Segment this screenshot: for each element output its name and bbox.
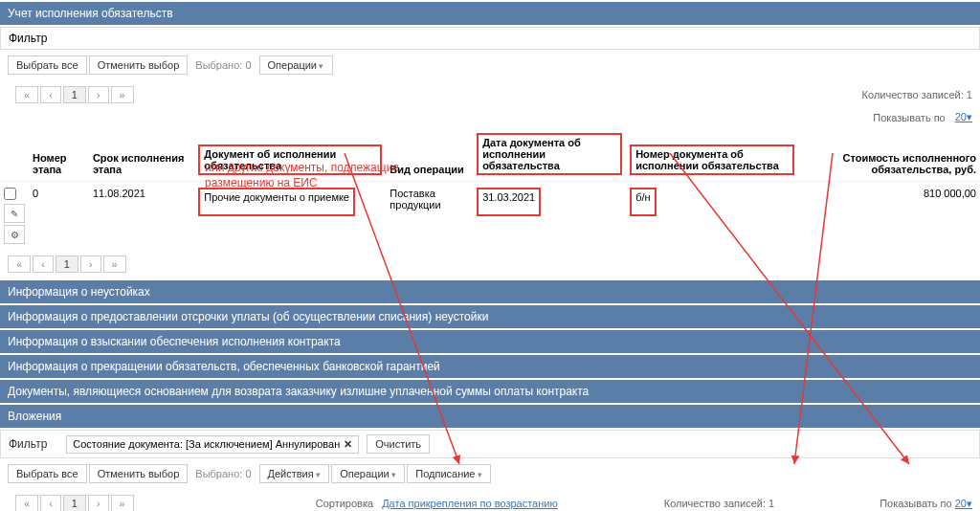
show-per-value-2[interactable]: 20▾ xyxy=(955,498,972,509)
deselect-button-2[interactable]: Отменить выбор xyxy=(89,464,189,483)
operations-dropdown-2[interactable]: Операции xyxy=(331,464,405,483)
section-obligations-header: Учет исполнения обязательств xyxy=(0,2,980,25)
pager-prev[interactable]: ‹ xyxy=(40,495,61,511)
pager-page-1[interactable]: 1 xyxy=(56,256,78,273)
cell-cost: 810 000,00 xyxy=(798,182,980,251)
edit-icon[interactable]: ✎ xyxy=(4,204,25,223)
accordion-refund-docs[interactable]: Документы, являющиеся основанием для воз… xyxy=(0,380,980,403)
col-doc-num: Номер документа об исполнении обязательс… xyxy=(626,127,798,182)
actions-dropdown[interactable]: Действия xyxy=(259,464,330,483)
pager-first[interactable]: « xyxy=(8,256,31,273)
pager-next[interactable]: › xyxy=(88,86,109,103)
toolbar-section1: Выбрать все Отменить выбор Выбрано: 0 Оп… xyxy=(0,52,980,78)
obligations-table: Номер этапа Срок исполнения этапа Докуме… xyxy=(0,127,980,250)
filter-row-attachments: Фильтр Состояние документа: [За исключен… xyxy=(0,430,980,458)
cell-due: 11.08.2021 xyxy=(89,182,194,251)
col-op: Вид операции xyxy=(386,127,473,182)
toolbar-section2: Выбрать все Отменить выбор Выбрано: 0 Де… xyxy=(0,460,980,487)
table-header-row: Номер этапа Срок исполнения этапа Докуме… xyxy=(0,127,980,182)
accordion-termination[interactable]: Информация о прекращении обязательств, о… xyxy=(0,355,980,378)
row-checkbox[interactable] xyxy=(4,188,16,200)
col-due: Срок исполнения этапа xyxy=(89,127,194,182)
pager-last[interactable]: » xyxy=(111,495,134,511)
cell-doc: Прочие документы о приемке xyxy=(198,188,355,216)
pager-first[interactable]: « xyxy=(15,495,38,511)
chip-remove-icon[interactable]: ✕ xyxy=(344,438,352,451)
pager-page-1[interactable]: 1 xyxy=(63,495,86,511)
clear-filter-button[interactable]: Очистить xyxy=(367,434,430,454)
sort-value[interactable]: Дата прикрепления по возрастанию xyxy=(382,498,558,509)
select-all-button-2[interactable]: Выбрать все xyxy=(8,464,87,483)
col-doc-date: Дата документа об исполнении обязательст… xyxy=(473,127,626,182)
pager-next[interactable]: › xyxy=(88,495,109,511)
cell-stage: 0 xyxy=(29,182,89,251)
records-count: Количество записей: 1 xyxy=(862,89,972,100)
section-attachments-header: Вложения xyxy=(0,405,980,428)
pager-top: « ‹ 1 › » xyxy=(8,82,142,107)
show-per-label-2: Показывать по xyxy=(880,498,952,509)
table-row[interactable]: ✎ ⚙ 0 11.08.2021 Прочие документы о прие… xyxy=(0,182,980,251)
col-cost: Стоимость исполненного обязательства, ру… xyxy=(798,127,980,182)
col-stage: Номер этапа xyxy=(29,127,89,182)
sort-label: Сортировка xyxy=(316,498,373,509)
records-count-2: Количество записей: 1 xyxy=(664,498,774,509)
col-doc: Документ об исполнении обязательства xyxy=(194,127,386,182)
pager-page-1[interactable]: 1 xyxy=(63,86,86,103)
cell-doc-num: б/н xyxy=(630,188,656,216)
pager-info-row: « ‹ 1 › » Количество записей: 1 xyxy=(0,78,980,111)
pager-next[interactable]: › xyxy=(80,256,101,273)
selected-count-2: Выбрано: 0 xyxy=(189,468,256,479)
pager-bottom-1: « ‹ 1 › » xyxy=(0,250,980,278)
cell-op: Поставка продукции xyxy=(386,182,473,251)
gear-icon[interactable]: ⚙ xyxy=(4,225,25,244)
filter-chip: Состояние документа: [За исключением] Ан… xyxy=(66,435,359,454)
accordion-deferral[interactable]: Информация о предоставлении отсрочки упл… xyxy=(0,305,980,328)
pager-prev[interactable]: ‹ xyxy=(40,86,61,103)
filter-label-2: Фильтр xyxy=(9,437,47,451)
accordion-collection[interactable]: Информация о взыскании обеспечения испол… xyxy=(0,330,980,353)
deselect-button[interactable]: Отменить выбор xyxy=(89,56,189,75)
pager-top-2: « ‹ 1 › » xyxy=(8,491,142,511)
operations-dropdown[interactable]: Операции xyxy=(259,56,333,75)
cell-doc-date: 31.03.2021 xyxy=(477,188,541,216)
filter-label[interactable]: Фильтр xyxy=(0,27,980,50)
pager-last[interactable]: » xyxy=(111,86,134,103)
pager-info-row-2: « ‹ 1 › » Сортировка Дата прикрепления п… xyxy=(0,487,980,511)
accordion-penalties[interactable]: Информация о неустойках xyxy=(0,280,980,303)
show-per-label: Показывать по xyxy=(873,112,946,123)
pager-last[interactable]: » xyxy=(103,256,126,273)
signing-dropdown[interactable]: Подписание xyxy=(407,464,491,483)
show-per-value[interactable]: 20▾ xyxy=(955,111,972,123)
pager-first[interactable]: « xyxy=(15,86,38,103)
pager-prev[interactable]: ‹ xyxy=(33,256,54,273)
select-all-button[interactable]: Выбрать все xyxy=(8,56,87,75)
selected-count: Выбрано: 0 xyxy=(189,59,256,71)
